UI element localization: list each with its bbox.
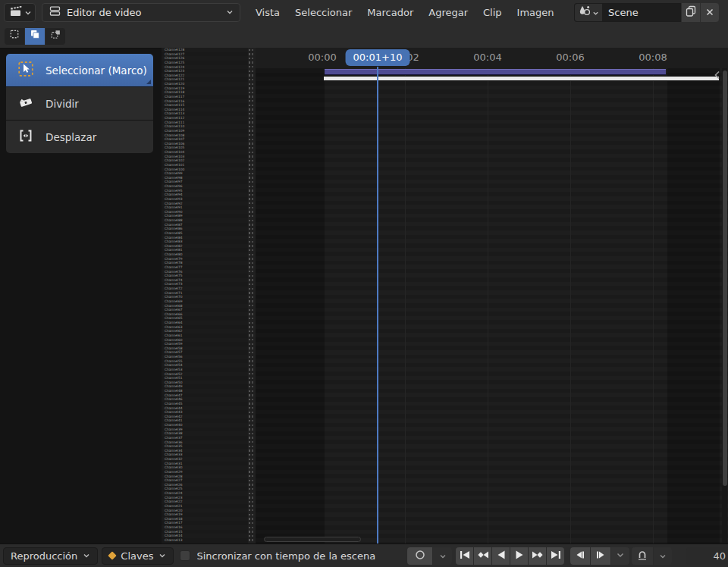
record-circle-icon <box>414 549 426 564</box>
menu-imagen[interactable]: Imagen <box>510 3 562 22</box>
select-mode-group <box>5 28 65 45</box>
prev-keyframe-button[interactable] <box>474 547 491 565</box>
blade-icon <box>17 94 34 114</box>
chevron-down-icon <box>158 550 166 562</box>
frame-forward-icon <box>594 548 607 565</box>
frame-forward-button[interactable] <box>591 547 610 565</box>
menu-seleccionar[interactable]: Seleccionar <box>287 3 359 22</box>
ruler-time-label: 00:06 <box>556 52 584 63</box>
frame-back-button[interactable] <box>570 547 590 565</box>
snap-toggle-button[interactable] <box>632 547 653 565</box>
playback-popover-button[interactable]: Reproducción <box>3 547 98 565</box>
vertical-scrollbar[interactable] <box>722 68 727 544</box>
autokey-dropdown-button[interactable] <box>433 547 452 565</box>
sync-scene-checkbox[interactable] <box>180 550 190 561</box>
timeline-area[interactable]: 00:0000:0200:0400:0600:08 00:01+10 <box>256 48 728 544</box>
track-background <box>256 68 728 544</box>
channel-toggle-icons[interactable] <box>248 538 256 543</box>
ruler-time-label: 00:00 <box>308 52 336 63</box>
channel-toggle-column <box>248 48 256 544</box>
editor-type-button[interactable] <box>4 3 36 22</box>
channel-name-list: Channel128Channel127Channel126Channel125… <box>162 48 248 544</box>
time-ruler[interactable]: 00:0000:0200:0400:0600:08 <box>256 48 728 68</box>
keying-popover-button[interactable]: Claves <box>102 547 174 565</box>
editor-mode-label: Editor de video <box>67 7 142 18</box>
transport-controls <box>456 547 564 565</box>
horizontal-scrollbar-thumb[interactable] <box>264 537 361 542</box>
slip-icon <box>17 127 34 147</box>
play-reverse-button[interactable] <box>492 547 510 565</box>
select-mode-extend-button[interactable] <box>25 28 45 45</box>
menu-clip[interactable]: Clip <box>475 3 510 22</box>
step-dropdown-button[interactable] <box>611 547 629 565</box>
menubar: VistaSeleccionarMarcadorAgregarClipImage… <box>248 3 562 22</box>
chevron-down-icon <box>592 5 599 20</box>
scene-icon <box>578 4 592 20</box>
play-button[interactable] <box>510 547 528 565</box>
chevron-down-icon <box>439 549 447 563</box>
keyframe-diamond-icon <box>108 551 117 559</box>
scene-duplicate-button[interactable] <box>682 3 700 22</box>
channel-row[interactable]: Channel13 <box>162 538 248 543</box>
current-frame-field[interactable]: 40 <box>686 547 728 565</box>
tool-dividir[interactable]: Dividir <box>6 87 153 120</box>
chevron-down-icon <box>24 5 32 20</box>
tool-label: Dividir <box>46 98 79 110</box>
sync-scene-label: Sincronizar con tiempo de la escena <box>196 550 375 562</box>
playhead-line[interactable] <box>377 67 378 544</box>
current-frame-badge[interactable]: 00:01+10 <box>346 49 410 66</box>
tool-desplazar[interactable]: Desplazar <box>6 121 153 153</box>
jump-start-icon <box>458 548 472 565</box>
jump-end-button[interactable] <box>547 547 564 565</box>
chevron-down-icon <box>226 7 234 18</box>
sequencer-main-area: Seleccionar (Marco)DividirDesplazar Chan… <box>0 49 728 544</box>
tool-seleccionar-marco-[interactable]: Seleccionar (Marco) <box>6 54 153 86</box>
auto-keyframe-button[interactable] <box>407 547 432 565</box>
editor-mode-dropdown[interactable]: Editor de video <box>42 3 240 22</box>
duplicate-icon <box>685 5 697 20</box>
select-mode-set-button[interactable] <box>5 28 24 45</box>
tool-label: Seleccionar (Marco) <box>46 64 147 77</box>
strip-purple[interactable] <box>325 69 666 75</box>
scene-name-field[interactable]: Scene <box>602 3 681 22</box>
header-tool-row <box>0 24 728 48</box>
menu-marcador[interactable]: Marcador <box>359 3 421 22</box>
scene-browse-button[interactable] <box>574 3 602 22</box>
chevron-down-icon <box>659 549 667 563</box>
jump-start-button[interactable] <box>456 547 473 565</box>
header-menu-row: Editor de video VistaSeleccionarMarcador… <box>0 0 728 24</box>
jump-end-icon <box>549 548 563 565</box>
snap-group <box>632 547 672 565</box>
scene-name-value: Scene <box>608 7 639 18</box>
snap-dropdown-button[interactable] <box>654 547 672 565</box>
out-of-range-right <box>667 68 720 544</box>
next-keyframe-button[interactable] <box>529 547 546 565</box>
sequencer-footer: Reproducción Claves Sincronizar con tiem… <box>0 544 728 567</box>
scene-unlink-button[interactable] <box>701 3 719 22</box>
keys-label: Claves <box>121 550 153 562</box>
select-extend-icon <box>30 29 41 43</box>
close-icon <box>705 5 714 20</box>
strip-white[interactable] <box>324 76 719 82</box>
second-gridline <box>653 68 654 544</box>
sequencer-editor-icon <box>8 4 24 20</box>
scene-selector: Scene <box>574 3 719 22</box>
menu-vista[interactable]: Vista <box>248 3 287 22</box>
magnet-icon <box>635 548 649 565</box>
vertical-scrollbar-thumb[interactable] <box>723 70 727 486</box>
select-mode-subtract-button[interactable] <box>46 28 65 45</box>
select-set-icon <box>9 29 20 43</box>
editor-header: Editor de video VistaSeleccionarMarcador… <box>0 0 728 49</box>
autokey-group <box>407 547 452 565</box>
sequence-strips-icon <box>49 5 61 20</box>
collapse-left-icon[interactable] <box>714 70 721 82</box>
select-box-icon <box>17 61 34 80</box>
tool-label: Desplazar <box>46 131 96 143</box>
playback-label: Reproducción <box>11 550 77 562</box>
chevron-down-icon <box>613 548 627 565</box>
submenu-corner-icon <box>146 80 151 84</box>
current-frame-value: 40 <box>713 550 726 562</box>
menu-agregar[interactable]: Agregar <box>421 3 475 22</box>
chevron-down-icon <box>83 550 90 562</box>
tool-panel: Seleccionar (Marco)DividirDesplazar <box>6 54 153 153</box>
